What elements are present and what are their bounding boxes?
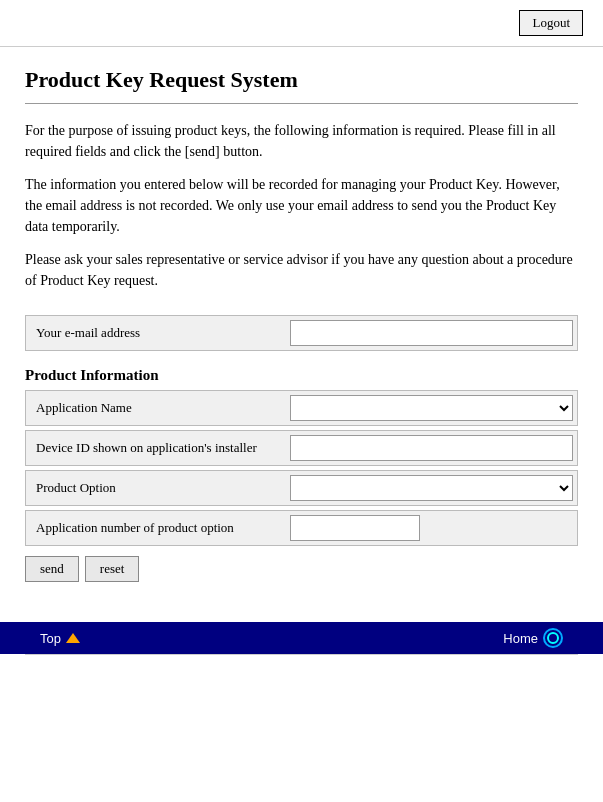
intro-paragraph-2: The information you entered below will b… <box>25 174 578 237</box>
application-name-row: Application Name <box>25 390 578 426</box>
bottom-line <box>25 654 578 664</box>
product-option-label: Product Option <box>26 473 286 503</box>
application-name-label: Application Name <box>26 393 286 423</box>
device-id-row: Device ID shown on application's install… <box>25 430 578 466</box>
app-number-row: Application number of product option <box>25 510 578 546</box>
home-icon <box>543 628 563 648</box>
email-input[interactable] <box>290 320 573 346</box>
top-arrow-icon <box>66 633 80 643</box>
app-number-input[interactable] <box>290 515 420 541</box>
reset-button[interactable]: reset <box>85 556 140 582</box>
divider <box>25 103 578 104</box>
top-label: Top <box>40 631 61 646</box>
email-row: Your e-mail address <box>25 315 578 351</box>
home-link[interactable]: Home <box>503 628 563 648</box>
application-name-select[interactable] <box>290 395 573 421</box>
page-title: Product Key Request System <box>25 67 578 93</box>
main-content: Product Key Request System For the purpo… <box>0 47 603 602</box>
app-number-label: Application number of product option <box>26 513 286 543</box>
email-label: Your e-mail address <box>26 318 286 348</box>
logout-button[interactable]: Logout <box>519 10 583 36</box>
send-button[interactable]: send <box>25 556 79 582</box>
top-bar: Logout <box>0 0 603 47</box>
intro-paragraph-3: Please ask your sales representative or … <box>25 249 578 291</box>
home-label: Home <box>503 631 538 646</box>
top-link[interactable]: Top <box>40 631 80 646</box>
product-option-select[interactable] <box>290 475 573 501</box>
footer-bar: Top Home <box>0 622 603 654</box>
device-id-label: Device ID shown on application's install… <box>26 433 286 463</box>
intro-paragraph-1: For the purpose of issuing product keys,… <box>25 120 578 162</box>
button-row: send reset <box>25 556 578 582</box>
form-section: Your e-mail address Product Information … <box>25 315 578 582</box>
product-info-title: Product Information <box>25 367 578 384</box>
device-id-input[interactable] <box>290 435 573 461</box>
product-option-row: Product Option <box>25 470 578 506</box>
